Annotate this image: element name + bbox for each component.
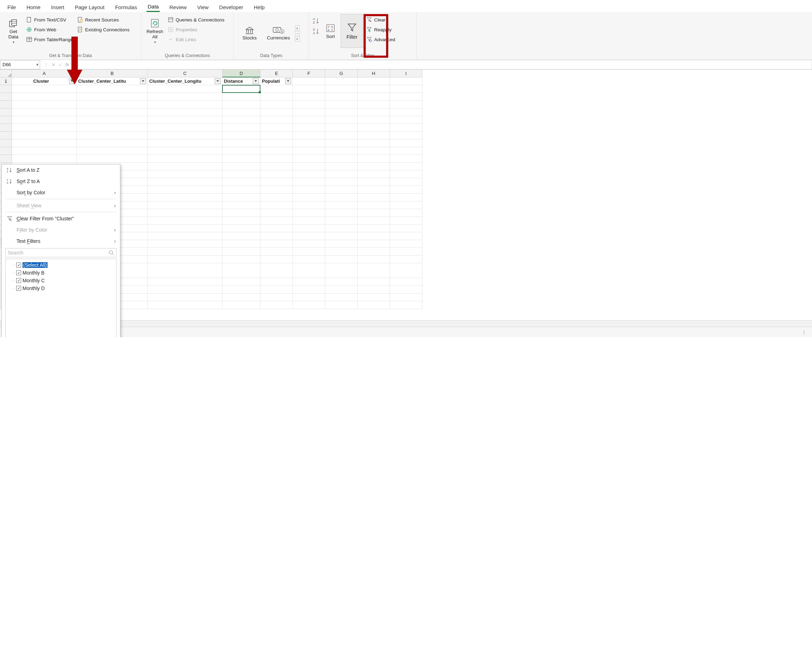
cell[interactable] [293,132,325,140]
cell[interactable] [260,255,293,263]
cell[interactable] [260,232,293,240]
tab-data[interactable]: Data [146,2,160,12]
cell[interactable] [260,217,293,225]
cell[interactable] [148,263,222,271]
cell[interactable] [222,140,260,147]
cell[interactable] [325,270,358,278]
cell[interactable] [148,93,222,101]
cell[interactable] [260,278,293,286]
cell[interactable] [325,194,358,201]
cell[interactable] [260,301,293,309]
cell[interactable] [390,240,422,248]
cell[interactable] [325,301,358,309]
from-table-range-button[interactable]: From Table/Range [25,35,74,44]
cell[interactable] [148,186,222,194]
cell[interactable] [325,170,358,178]
cell[interactable] [222,294,260,301]
cell[interactable] [293,85,325,93]
cell[interactable] [260,163,293,170]
cell[interactable] [358,93,390,101]
cell[interactable] [222,270,260,278]
cell[interactable] [77,147,148,155]
cell[interactable] [293,201,325,209]
cell[interactable] [148,124,222,132]
cell[interactable] [390,194,422,201]
cell[interactable] [148,163,222,170]
cell[interactable] [222,85,260,93]
cell[interactable] [293,163,325,170]
sort-asc-item[interactable]: AZ Sort A to Z [2,164,120,176]
name-box[interactable]: D66 ▾ [0,60,40,69]
cell[interactable] [293,178,325,186]
accept-formula-icon[interactable]: ✓ [59,62,63,68]
cell[interactable] [222,163,260,170]
cell[interactable] [293,217,325,225]
cell[interactable] [148,294,222,301]
cell[interactable] [260,294,293,301]
cell[interactable] [148,301,222,309]
cell[interactable] [222,248,260,255]
advanced-filter-button[interactable]: Advanced [365,35,396,44]
currencies-button[interactable]: $ Currencies [264,17,293,50]
cell[interactable] [77,85,148,93]
cell[interactable] [325,101,358,108]
cell[interactable] [12,132,77,140]
cell[interactable] [358,286,390,294]
cell[interactable] [358,240,390,248]
cell[interactable] [390,217,422,225]
filter-dropdown-button[interactable] [285,78,291,84]
cell[interactable] [390,101,422,108]
cell[interactable] [222,170,260,178]
cell[interactable] [358,194,390,201]
cell[interactable]: Populati [260,78,293,85]
queries-connections-button[interactable]: Queries & Connections [167,16,225,24]
filter-dropdown-button[interactable] [140,78,146,84]
cell[interactable] [358,232,390,240]
cell[interactable] [260,186,293,194]
cell[interactable] [358,278,390,286]
cell[interactable] [390,170,422,178]
cell[interactable] [358,186,390,194]
cell[interactable] [222,232,260,240]
cell[interactable] [260,132,293,140]
cell[interactable] [325,294,358,301]
cell[interactable] [12,155,77,163]
cell[interactable] [358,155,390,163]
cell[interactable]: Cluster_Center_Latitu [77,78,148,85]
cell[interactable] [222,201,260,209]
cell[interactable] [358,225,390,232]
column-header-D[interactable]: D [222,70,260,78]
cell[interactable] [260,85,293,93]
tab-formulas[interactable]: Formulas [114,3,138,12]
column-header-I[interactable]: I [390,70,422,78]
cell[interactable] [12,85,77,93]
cell[interactable] [390,248,422,255]
cell[interactable] [325,225,358,232]
checkbox-icon[interactable]: ✓ [16,278,21,283]
cell[interactable] [222,301,260,309]
cell[interactable] [260,93,293,101]
cell[interactable] [325,186,358,194]
cell[interactable] [148,116,222,124]
sort-asc-icon[interactable]: AZ [312,17,320,25]
fx-icon[interactable]: fx [65,62,69,67]
cell[interactable] [12,147,77,155]
column-header-E[interactable]: E [260,70,293,78]
cell[interactable] [325,286,358,294]
column-header-H[interactable]: H [358,70,390,78]
cell[interactable] [260,194,293,201]
cell[interactable] [293,263,325,271]
tab-page-layout[interactable]: Page Layout [74,3,106,12]
cell[interactable] [222,108,260,116]
cell[interactable] [325,209,358,217]
column-header-F[interactable]: F [293,70,325,78]
column-header-A[interactable]: A [12,70,77,78]
cell[interactable] [222,286,260,294]
filter-value-item[interactable]: ⋯✓(Select All) [8,261,114,269]
cell[interactable] [390,263,422,271]
cell[interactable] [325,240,358,248]
chevron-line-icon[interactable]: ─ [295,31,300,36]
cell[interactable] [260,201,293,209]
sort-desc-icon[interactable]: ZA [312,27,320,35]
cell[interactable] [260,248,293,255]
